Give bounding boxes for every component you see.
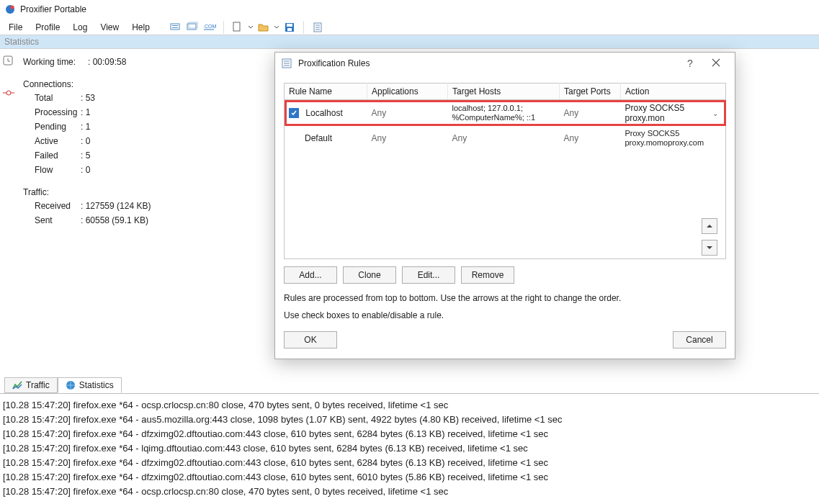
col-action[interactable]: Action: [621, 84, 726, 100]
log-line: [10.28 15:47:20] firefox.exe *64 - ocsp.…: [3, 485, 816, 499]
cancel-button[interactable]: Cancel: [673, 331, 726, 348]
traffic-received-label: Received: [23, 201, 81, 211]
svg-rect-8: [233, 22, 240, 31]
stat-processing-label: Processing: [23, 107, 81, 117]
caret-down-icon: [706, 245, 713, 251]
traffic-sent-label: Sent: [23, 215, 81, 225]
statistics-pane-title: Statistics: [4, 37, 39, 47]
rule-action-label: Proxy SOCKS5 proxy.mon: [625, 103, 713, 123]
menu-help[interactable]: Help: [126, 21, 156, 34]
stat-total-value: : 53: [81, 93, 95, 103]
bottom-tab-strip: Traffic Statistics: [4, 377, 122, 393]
col-rule-name[interactable]: Rule Name: [285, 84, 367, 100]
tab-traffic-label: Traffic: [26, 380, 50, 390]
svg-rect-2: [171, 24, 179, 30]
toolbar-open-profile-icon[interactable]: [256, 19, 272, 35]
dialog-title: Proxification Rules: [298, 58, 677, 68]
remove-button[interactable]: Remove: [461, 266, 514, 284]
dialog-help-text-1: Rules are processed from top to bottom. …: [284, 292, 726, 304]
toolbar-log-icon[interactable]: [310, 19, 326, 35]
toolbar-new-profile-icon[interactable]: [230, 19, 246, 35]
gutter-clock-icon[interactable]: [2, 55, 15, 66]
rules-table: Rule Name Applications Target Hosts Targ…: [284, 83, 726, 259]
stat-flow-value: : 0: [81, 165, 90, 175]
stat-failed-value: : 5: [81, 150, 90, 161]
toolbar-new-profile-dropdown-icon[interactable]: [247, 19, 254, 35]
log-line: [10.28 15:47:20] firefox.exe *64 - lqimg…: [3, 441, 816, 456]
tab-statistics[interactable]: Statistics: [58, 377, 122, 393]
toolbar-proxy-servers-icon[interactable]: [167, 19, 183, 35]
rule-name: Localhost: [305, 108, 342, 118]
toolbar-rules-icon[interactable]: .COM: [202, 19, 218, 35]
stat-active-value: : 0: [81, 136, 90, 146]
rules-table-header: Rule Name Applications Target Hosts Targ…: [285, 84, 726, 100]
svg-rect-3: [172, 25, 178, 26]
statistics-panel: Working time: : 00:09:58 Connections: To…: [17, 49, 156, 373]
log-line: [10.28 15:47:20] firefox.exe *64 - aus5.…: [3, 413, 816, 427]
svg-rect-10: [287, 24, 292, 27]
working-time-label: Working time:: [23, 57, 88, 67]
rule-hosts: localhost; 127.0.0.1; %ComputerName%; ::…: [448, 100, 560, 127]
stat-active-label: Active: [23, 136, 81, 146]
move-rule-down-button[interactable]: [702, 240, 717, 256]
add-button[interactable]: Add...: [284, 266, 337, 284]
stat-processing-value: : 1: [81, 107, 90, 117]
log-line: [10.28 15:47:20] firefox.exe *64 - dfzxi…: [3, 456, 816, 470]
svg-text:.COM: .COM: [203, 24, 216, 29]
rule-row-default[interactable]: Default Any Any Any Proxy SOCKS5 proxy.m…: [285, 126, 726, 150]
log-line: [10.28 15:47:20] firefox.exe *64 - ocsp.…: [3, 398, 816, 413]
col-applications[interactable]: Applications: [367, 84, 448, 100]
menu-log[interactable]: Log: [67, 21, 93, 34]
tab-traffic[interactable]: Traffic: [4, 377, 58, 393]
toolbar-open-profile-dropdown-icon[interactable]: [273, 19, 280, 35]
svg-point-1: [10, 5, 14, 9]
col-target-ports[interactable]: Target Ports: [560, 84, 621, 100]
menu-view[interactable]: View: [94, 21, 125, 34]
col-target-hosts[interactable]: Target Hosts: [448, 84, 560, 100]
globe-icon: [66, 380, 76, 390]
svg-rect-11: [287, 28, 292, 31]
chevron-down-icon: ⌄: [712, 109, 718, 117]
traffic-label: Traffic:: [23, 187, 151, 197]
move-rule-up-button[interactable]: [702, 218, 717, 234]
rule-ports: Any: [560, 126, 621, 150]
rule-enabled-checkbox[interactable]: [289, 108, 299, 118]
stat-pending-value: : 1: [81, 122, 90, 132]
menu-profile[interactable]: Profile: [30, 21, 66, 34]
svg-point-14: [6, 91, 11, 95]
toolbar-proxy-chains-icon[interactable]: [184, 19, 200, 35]
dialog-titlebar[interactable]: Proxification Rules ?: [275, 53, 735, 74]
stat-flow-label: Flow: [23, 165, 81, 175]
ok-button[interactable]: OK: [284, 331, 337, 348]
rule-action-dropdown[interactable]: Proxy SOCKS5 proxy.mon ⌄: [625, 103, 722, 123]
log-panel: [10.28 15:47:20] firefox.exe *64 - ocsp.…: [3, 398, 816, 499]
traffic-chart-icon: [12, 381, 22, 390]
rule-apps: Any: [367, 100, 448, 127]
clone-button[interactable]: Clone: [343, 266, 396, 284]
rule-action-label: Proxy SOCKS5 proxy.momoproxy.com: [621, 126, 726, 150]
tab-statistics-label: Statistics: [79, 380, 114, 390]
close-icon: [712, 58, 720, 67]
traffic-received-value: : 127559 (124 KB): [81, 201, 151, 211]
caret-up-icon: [706, 223, 713, 229]
rule-row-localhost[interactable]: Localhost Any localhost; 127.0.0.1; %Com…: [285, 100, 726, 127]
left-gutter: [0, 49, 17, 373]
statistics-pane-header: Statistics: [0, 35, 819, 49]
rule-ports: Any: [560, 100, 621, 127]
working-time-value: : 00:09:58: [88, 57, 126, 67]
gutter-connections-icon[interactable]: [2, 88, 15, 99]
stat-pending-label: Pending: [23, 122, 81, 132]
rule-hosts: Any: [448, 126, 560, 150]
titlebar: Proxifier Portable: [0, 0, 819, 19]
app-icon: [4, 4, 16, 15]
proxification-rules-dialog: Proxification Rules ? Rule Name Applicat…: [274, 52, 735, 359]
log-line: [10.28 15:47:20] firefox.exe *64 - dfzxi…: [3, 470, 816, 485]
menu-file[interactable]: File: [3, 21, 28, 34]
toolbar-save-icon[interactable]: [282, 19, 297, 35]
edit-button[interactable]: Edit...: [402, 266, 455, 284]
rule-apps: Any: [367, 126, 448, 150]
dialog-help-button[interactable]: ?: [677, 58, 703, 69]
traffic-sent-value: : 60558 (59.1 KB): [81, 215, 148, 225]
dialog-close-button[interactable]: [703, 58, 729, 69]
stat-failed-label: Failed: [23, 150, 81, 161]
